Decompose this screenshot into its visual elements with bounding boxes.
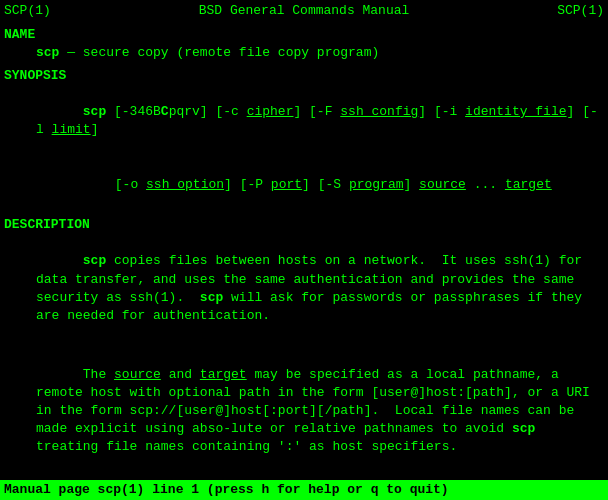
description-title: DESCRIPTION — [4, 216, 604, 234]
synopsis-title: SYNOPSIS — [4, 67, 604, 85]
header: SCP(1) BSD General Commands Manual SCP(1… — [4, 2, 604, 20]
status-bar: Manual page scp(1) line 1 (press h for h… — [0, 480, 608, 500]
synopsis-line2: [-o ssh_option] [-P port] [-S program] s… — [4, 158, 604, 213]
header-center: BSD General Commands Manual — [199, 2, 410, 20]
header-right: SCP(1) — [557, 2, 604, 20]
terminal: SCP(1) BSD General Commands Manual SCP(1… — [0, 0, 608, 500]
name-rest: — secure copy (remote file copy program) — [59, 45, 379, 60]
description-section: DESCRIPTION scp copies files between hos… — [4, 216, 604, 500]
name-section: NAME scp — secure copy (remote file copy… — [4, 26, 604, 62]
synopsis-line1: scp [-346BCpqrv] [-c cipher] [-F ssh_con… — [4, 85, 604, 158]
header-left: SCP(1) — [4, 2, 51, 20]
description-para1: scp copies files between hosts on a netw… — [4, 234, 604, 343]
synopsis-section: SYNOPSIS scp [-346BCpqrv] [-c cipher] [-… — [4, 67, 604, 213]
name-content: scp — secure copy (remote file copy prog… — [4, 44, 604, 62]
status-bar-text: Manual page scp(1) line 1 (press h for h… — [4, 482, 449, 497]
name-scp: scp — [36, 45, 59, 60]
name-title: NAME — [4, 26, 604, 44]
description-para2: The source and target may be specified a… — [4, 347, 604, 474]
